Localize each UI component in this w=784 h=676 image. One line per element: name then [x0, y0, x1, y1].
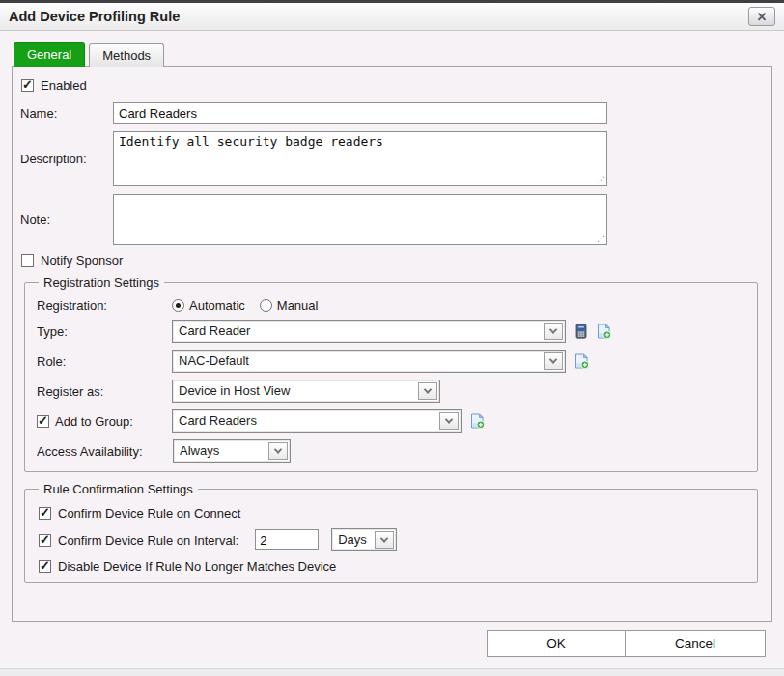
- disable-if-no-match-checkbox[interactable]: [39, 560, 51, 573]
- access-availability-dropdown-button[interactable]: [268, 442, 288, 460]
- add-new-group-icon[interactable]: [469, 413, 485, 429]
- registration-settings-fieldset: Registration Settings Registration: Auto…: [24, 275, 758, 472]
- group-action-icons: [469, 413, 485, 429]
- interval-unit-select[interactable]: Days: [331, 528, 397, 551]
- notify-sponsor-checkbox[interactable]: [21, 254, 34, 267]
- add-new-type-icon[interactable]: [596, 324, 611, 339]
- role-dropdown-button[interactable]: [544, 352, 563, 370]
- enabled-row: Enabled: [21, 78, 762, 93]
- add-to-group-combobox[interactable]: Card Readers: [172, 409, 462, 433]
- chevron-down-icon: [424, 385, 432, 393]
- access-availability-row: Access Availability: Always: [37, 439, 747, 463]
- name-label: Name:: [18, 106, 113, 121]
- register-as-label: Register as:: [37, 384, 172, 399]
- type-row: Type: Card Reader: [37, 320, 747, 343]
- add-to-group-row: Add to Group: Card Readers: [37, 409, 747, 433]
- automatic-radio-label: Automatic: [189, 298, 245, 313]
- role-combobox[interactable]: NAC-Default: [172, 350, 566, 373]
- add-to-group-value[interactable]: Card Readers: [173, 410, 437, 432]
- interval-unit-dropdown-button[interactable]: [375, 531, 394, 549]
- access-availability-select[interactable]: Always: [173, 439, 291, 463]
- type-combobox[interactable]: Card Reader: [172, 320, 566, 343]
- confirm-on-connect-checkbox[interactable]: [39, 507, 51, 520]
- tab-bar: General Methods: [12, 42, 772, 67]
- confirm-on-connect-row: Confirm Device Rule on Connect: [37, 506, 747, 521]
- description-label: Description:: [18, 152, 113, 166]
- add-to-group-label: Add to Group:: [55, 414, 133, 429]
- confirm-on-interval-row: Confirm Device Rule on Interval: Days: [37, 528, 747, 551]
- dialog-title: Add Device Profiling Rule: [9, 9, 180, 24]
- add-new-role-icon[interactable]: [574, 353, 589, 369]
- role-label: Role:: [37, 354, 172, 369]
- description-textarea[interactable]: Identify all security badge readers: [113, 131, 607, 186]
- dialog-titlebar: Add Device Profiling Rule ✕: [0, 3, 784, 31]
- access-availability-label: Access Availability:: [37, 444, 173, 459]
- confirm-on-connect-label: Confirm Device Rule on Connect: [58, 506, 240, 521]
- chevron-down-icon: [274, 445, 282, 453]
- access-availability-value[interactable]: Always: [174, 440, 266, 462]
- note-textarea[interactable]: [113, 194, 607, 245]
- automatic-radio[interactable]: [172, 299, 184, 312]
- resize-grip-icon[interactable]: ⋰: [596, 175, 605, 185]
- dialog-bottom-edge: [0, 668, 784, 676]
- type-label: Type:: [37, 324, 172, 339]
- role-action-icons: [574, 353, 589, 369]
- chevron-down-icon: [549, 325, 557, 333]
- add-to-group-checkbox[interactable]: [37, 415, 49, 428]
- interval-value-input[interactable]: [255, 529, 319, 550]
- manual-radio-label: Manual: [277, 298, 319, 313]
- registration-settings-legend: Registration Settings: [39, 275, 164, 290]
- type-value[interactable]: Card Reader: [173, 321, 542, 342]
- description-row: Description: Identify all security badge…: [18, 131, 762, 186]
- confirm-on-interval-checkbox[interactable]: [39, 534, 51, 547]
- type-dropdown-button[interactable]: [544, 323, 563, 340]
- register-as-select[interactable]: Device in Host View: [172, 380, 440, 403]
- note-label: Note:: [18, 212, 113, 227]
- register-as-value[interactable]: Device in Host View: [173, 380, 416, 402]
- dialog-footer: OK Cancel: [12, 630, 766, 657]
- role-row: Role: NAC-Default: [37, 350, 747, 373]
- general-tab-panel: Enabled Name: Description: Identify all …: [12, 66, 772, 622]
- rule-confirmation-settings-fieldset: Rule Confirmation Settings Confirm Devic…: [24, 482, 758, 583]
- role-value[interactable]: NAC-Default: [173, 351, 542, 372]
- ok-button[interactable]: OK: [487, 630, 626, 657]
- registration-label: Registration:: [37, 298, 172, 313]
- close-icon[interactable]: ✕: [748, 7, 775, 26]
- register-as-dropdown-button[interactable]: [418, 382, 437, 400]
- tab-methods[interactable]: Methods: [89, 43, 164, 67]
- cancel-button[interactable]: Cancel: [625, 630, 766, 657]
- enabled-checkbox[interactable]: [21, 79, 34, 92]
- type-action-icons: [574, 324, 611, 339]
- notify-sponsor-row: Notify Sponsor: [21, 253, 762, 268]
- enabled-label: Enabled: [41, 78, 87, 93]
- dialog-body: General Methods Enabled Name: Descriptio…: [0, 31, 784, 657]
- notify-sponsor-label: Notify Sponsor: [41, 253, 123, 268]
- chevron-down-icon: [380, 534, 388, 542]
- add-to-group-dropdown-button[interactable]: [439, 412, 459, 430]
- note-row: Note: ⋰: [18, 194, 762, 245]
- chevron-down-icon: [549, 355, 557, 363]
- name-input[interactable]: [113, 102, 607, 124]
- resize-grip-icon[interactable]: ⋰: [596, 234, 605, 244]
- registration-radio-group: Automatic Manual: [172, 298, 327, 313]
- tab-general[interactable]: General: [14, 42, 85, 67]
- manual-radio[interactable]: [260, 299, 272, 312]
- disable-if-no-match-row: Disable Device If Rule No Longer Matches…: [37, 559, 747, 574]
- disable-if-no-match-label: Disable Device If Rule No Longer Matches…: [58, 559, 336, 574]
- interval-unit-value[interactable]: Days: [332, 529, 373, 550]
- device-type-icon[interactable]: [574, 324, 589, 339]
- add-to-group-label-cell: Add to Group:: [37, 414, 172, 429]
- rule-confirmation-settings-legend: Rule Confirmation Settings: [39, 482, 198, 496]
- registration-row: Registration: Automatic Manual: [37, 298, 747, 313]
- register-as-row: Register as: Device in Host View: [37, 380, 747, 403]
- chevron-down-icon: [445, 415, 453, 423]
- confirm-on-interval-label: Confirm Device Rule on Interval:: [58, 533, 238, 548]
- name-row: Name:: [18, 102, 762, 124]
